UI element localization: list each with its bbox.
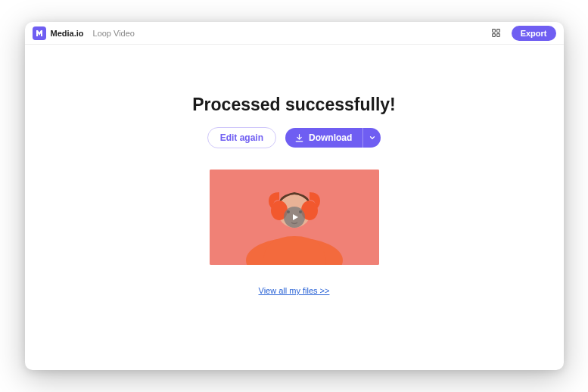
play-button[interactable] <box>284 207 305 228</box>
app-window: Media.io Loop Video Export Processed suc… <box>25 22 564 370</box>
brand-name: Media.io <box>51 29 84 38</box>
logo-icon <box>35 29 44 38</box>
video-preview[interactable] <box>210 170 379 265</box>
edit-again-button[interactable]: Edit again <box>207 127 276 148</box>
svg-rect-1 <box>496 30 499 33</box>
svg-rect-3 <box>496 34 499 37</box>
chevron-down-icon <box>369 134 376 142</box>
action-row: Edit again Download <box>207 127 381 148</box>
header: Media.io Loop Video Export <box>25 22 564 45</box>
apps-grid-icon[interactable] <box>491 28 501 38</box>
tool-name: Loop Video <box>93 29 135 38</box>
export-button[interactable]: Export <box>512 26 556 41</box>
download-button[interactable]: Download <box>285 128 362 148</box>
download-label: Download <box>309 132 352 143</box>
svg-rect-2 <box>492 34 495 37</box>
main-content: Processed successfully! Edit again Downl… <box>25 45 564 370</box>
download-button-group: Download <box>285 128 381 148</box>
brand-logo <box>33 26 46 40</box>
page-title: Processed successfully! <box>192 95 395 115</box>
view-files-link[interactable]: View all my files >> <box>259 286 330 295</box>
play-icon <box>291 213 300 222</box>
svg-rect-0 <box>492 30 495 33</box>
download-icon <box>294 133 304 143</box>
download-options-button[interactable] <box>362 128 381 148</box>
